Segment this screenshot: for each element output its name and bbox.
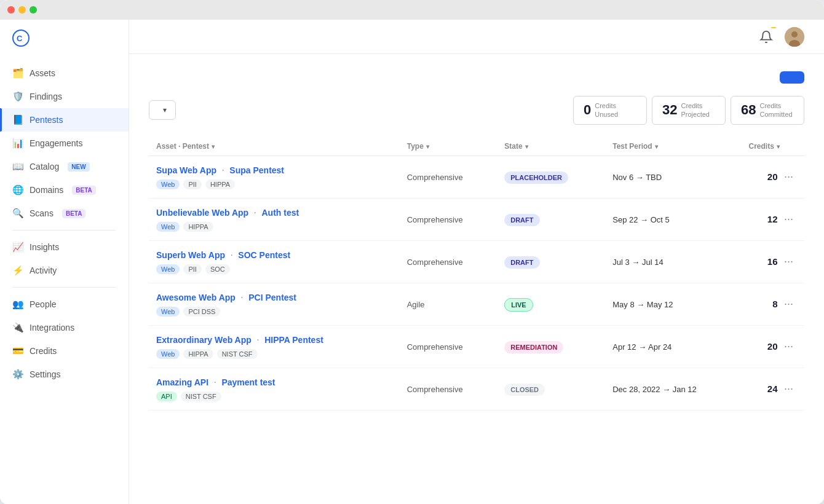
- asset-name[interactable]: Supa Web App: [156, 165, 216, 175]
- sidebar-item-integrations[interactable]: 🔌 Integrations: [0, 316, 129, 339]
- notifications-button[interactable]: [755, 26, 777, 48]
- more-options-button[interactable]: ···: [780, 211, 797, 227]
- sidebar-item-credits[interactable]: 💳 Credits: [0, 339, 129, 363]
- cell-credits: 12 ···: [742, 198, 804, 240]
- pentest-name[interactable]: Supa Pentest: [229, 165, 284, 175]
- cell-period: May 8 → May 12: [605, 283, 741, 325]
- col-header-state[interactable]: State▾: [497, 137, 605, 156]
- more-options-button[interactable]: ···: [780, 381, 797, 396]
- avatar[interactable]: [785, 27, 804, 47]
- sidebar-label-insights: Insights: [30, 242, 59, 252]
- tag: PII: [183, 264, 201, 274]
- tag: API: [156, 392, 177, 401]
- col-header-credits[interactable]: Credits▾: [742, 137, 804, 156]
- sidebar-logo: C: [0, 30, 129, 61]
- pentest-name[interactable]: Payment test: [221, 377, 275, 387]
- tag: Web: [156, 222, 180, 232]
- asset-name[interactable]: Unbelievable Web App: [156, 208, 248, 218]
- sidebar-label-catalog: Catalog: [30, 162, 59, 171]
- asset-name[interactable]: Awesome Web App: [156, 293, 236, 302]
- sidebar-item-assets[interactable]: 🗂️ Assets: [0, 61, 129, 85]
- asset-name[interactable]: Superb Web App: [156, 250, 225, 260]
- pentest-name[interactable]: PCI Pentest: [248, 293, 296, 302]
- table-row: Awesome Web App · PCI PentestWebPCI DSSA…: [149, 283, 804, 325]
- sidebar-item-settings[interactable]: ⚙️ Settings: [0, 363, 129, 386]
- tag: PII: [183, 179, 201, 189]
- sort-icon: ▾: [655, 143, 658, 150]
- create-placeholder-button[interactable]: [780, 71, 804, 84]
- credits-value: 12: [767, 214, 778, 224]
- close-dot[interactable]: [7, 6, 15, 14]
- sidebar-badge-scans: BETA: [62, 209, 85, 218]
- date-range-dropdown[interactable]: ▾: [149, 100, 176, 120]
- separator: ·: [254, 334, 262, 345]
- sidebar-item-pentests[interactable]: 📘 Pentests: [0, 108, 129, 132]
- credits-value: 20: [767, 171, 778, 182]
- state-badge: DRAFT: [504, 214, 539, 226]
- sidebar-label-activity: Activity: [30, 266, 57, 275]
- sidebar-badge-catalog: NEW: [68, 162, 89, 171]
- separator: ·: [228, 250, 236, 260]
- sidebar-icon-catalog: 📖: [12, 161, 23, 172]
- sidebar-label-findings: Findings: [30, 92, 62, 101]
- type-text: Comprehensive: [407, 385, 463, 394]
- sidebar-item-people[interactable]: 👥 People: [0, 293, 129, 316]
- more-options-button[interactable]: ···: [780, 169, 797, 184]
- sidebar-icon-activity: ⚡: [12, 265, 23, 276]
- sidebar-item-catalog[interactable]: 📖 Catalog NEW: [0, 155, 129, 178]
- col-header-test-period[interactable]: Test Period▾: [605, 137, 741, 156]
- separator: ·: [251, 207, 259, 218]
- tag: Web: [156, 264, 180, 274]
- table-row: Extraordinary Web App · HIPPA PentestWeb…: [149, 325, 804, 368]
- sidebar-badge-domains: BETA: [72, 186, 95, 195]
- col-header-asset-pentest[interactable]: Asset · Pentest▾: [149, 137, 400, 156]
- cell-period: Sep 22 → Oct 5: [605, 198, 741, 240]
- period-text: Sep 22 → Oct 5: [612, 215, 670, 224]
- maximize-dot[interactable]: [30, 6, 37, 14]
- main-content: ▾ 0 CreditsUnused32 CreditsProjected68 C…: [129, 54, 824, 504]
- separator: ·: [211, 377, 219, 387]
- sidebar: C 🗂️ Assets 🛡️ Findings 📘 Pentests 📊 Eng…: [0, 20, 129, 504]
- cell-period: Apr 12 → Apr 24: [605, 325, 741, 368]
- sidebar-item-insights[interactable]: 📈 Insights: [0, 235, 129, 259]
- tag: SOC: [205, 264, 230, 274]
- sidebar-label-people: People: [30, 299, 57, 309]
- sidebar-item-domains[interactable]: 🌐 Domains BETA: [0, 178, 129, 202]
- credit-number: 32: [662, 102, 677, 118]
- more-options-button[interactable]: ···: [780, 254, 797, 269]
- cell-asset-pentest: Amazing API · Payment testAPINIST CSF: [149, 368, 400, 410]
- sidebar-item-engagements[interactable]: 📊 Engagements: [0, 132, 129, 155]
- col-header-type[interactable]: Type▾: [400, 137, 497, 156]
- tag: Web: [156, 179, 180, 189]
- credit-number: 68: [741, 102, 756, 118]
- sidebar-item-findings[interactable]: 🛡️ Findings: [0, 85, 129, 108]
- sidebar-label-scans: Scans: [30, 208, 53, 218]
- cell-type: Comprehensive: [400, 368, 497, 410]
- cell-credits: 20 ···: [742, 156, 804, 198]
- sidebar-label-assets: Assets: [30, 68, 55, 78]
- separator: ·: [219, 165, 227, 175]
- sidebar-label-settings: Settings: [30, 369, 61, 379]
- table-body: Supa Web App · Supa PentestWebPIIHIPPACo…: [149, 156, 804, 410]
- pentest-name[interactable]: Auth test: [261, 208, 299, 218]
- pentest-name[interactable]: HIPPA Pentest: [264, 335, 323, 345]
- tag: Web: [156, 307, 180, 317]
- pentest-name[interactable]: SOC Pentest: [238, 250, 290, 260]
- tag: HIPPA: [183, 349, 213, 359]
- minimize-dot[interactable]: [18, 6, 26, 14]
- asset-name[interactable]: Extraordinary Web App: [156, 335, 252, 345]
- filters-row: ▾ 0 CreditsUnused32 CreditsProjected68 C…: [129, 96, 824, 137]
- table-header: Asset · Pentest▾Type▾State▾Test Period▾C…: [149, 137, 804, 156]
- asset-name[interactable]: Amazing API: [156, 377, 208, 387]
- sidebar-item-activity[interactable]: ⚡ Activity: [0, 259, 129, 282]
- type-text: Agile: [407, 300, 425, 309]
- svg-point-3: [791, 31, 798, 37]
- cell-type: Comprehensive: [400, 156, 497, 198]
- more-options-button[interactable]: ···: [780, 296, 797, 312]
- table-container: Asset · Pentest▾Type▾State▾Test Period▾C…: [129, 137, 824, 504]
- period-text: Nov 6 → TBD: [612, 173, 662, 182]
- cell-period: Dec 28, 2022 → Jan 12: [605, 368, 741, 410]
- sidebar-item-scans[interactable]: 🔍 Scans BETA: [0, 202, 129, 225]
- period-text: May 8 → May 12: [612, 300, 673, 309]
- more-options-button[interactable]: ···: [780, 339, 797, 354]
